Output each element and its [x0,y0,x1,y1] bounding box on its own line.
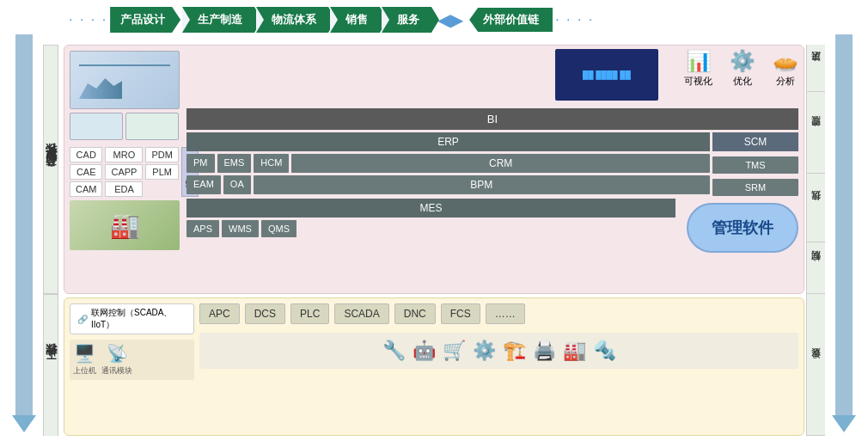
eam-cell: EAM [186,175,221,194]
page: · · · · 产品设计 生产制造 物流体系 销售 服务 ◀▶ 外部价值链 · … [0,0,868,441]
viz-analyze: 🥧 分析 [773,49,798,101]
equip-cnc-icon: 🖨️ [533,340,556,362]
mes-bar: MES [186,199,675,217]
equipment-row: 🔧 🤖 🛒 ⚙️ 🏗️ 🖨️ 🏭 🔩 [199,333,798,369]
left-arrow [12,34,36,432]
plc-cell: PLC [290,303,329,324]
equip-robot-icon: 🤖 [413,340,436,362]
equip-cart-icon: 🛒 [443,340,466,362]
pie-icon: 🥧 [773,49,798,73]
right-arrow [832,34,856,432]
bpm-cell: BPM [254,175,710,194]
dark-screen: ██ ████ ██ [555,49,658,101]
screenshot-2a [70,113,123,140]
rl-execution-text: 执行层 [810,206,822,209]
srm-cell: SRM [712,179,798,196]
factory-icon: 🏭 [110,211,140,240]
rl-decision-text: 决策层 [810,67,822,70]
cad-col3: PDM PLM [145,147,178,197]
wms-cell: WMS [222,220,259,237]
yellow-inner: 🔗 联网控制（SCADA、IIoT） 🖥️ 上位机 📡 通讯模块 [70,303,798,430]
double-arrow-icon: ◀▶ [437,9,463,30]
aps-cell: APS [186,220,219,237]
flow-item-production: 生产制造 [182,7,254,33]
dnc-cell: DNC [394,303,436,324]
gear-icon: ⚙️ [730,49,755,73]
monitor-content: ██ ████ ██ [583,70,631,79]
control-items: APC DCS PLC SCADA DNC FCS …… 🔧 🤖 [199,303,798,430]
flow-item-service: 服务 [382,7,431,33]
dcs-cell: DCS [245,303,285,324]
cam-label: CAM [70,181,102,197]
comm-icon: 📡 [107,343,128,364]
screenshot-1 [70,51,180,109]
erp-area: ERP PM EMS HCM CRM EAM OA [186,132,710,196]
rl-device-text: 设备层 [810,364,822,366]
management-software-oval: 管理软件 [687,203,798,253]
screenshot-2b [125,113,179,140]
right-software-content: ██ ████ ██ 📊 可视化 ⚙️ 优化 [186,51,798,288]
rl-management-text: 管理层 [810,132,822,134]
mes-area: MES APS WMS QMS 管理软件 [186,199,798,253]
apc-cell: APC [199,303,240,324]
flow-item-external: 外部价值链 [469,8,553,32]
right-labels: 决策层 管理层 执行层 控制层 设备层 [806,45,825,436]
erp-bar: ERP [186,132,710,151]
plm-label: PLM [145,164,178,180]
equip-machine-icon: 🏗️ [503,340,526,362]
eam-oa-row: EAM OA BPM [186,175,710,194]
scada-icon: 🔗 [77,315,88,324]
label-product-innovation: 产品创新数字化软件 [43,45,58,294]
equip-pump-icon: 🔩 [593,340,616,362]
tms-cell: TMS [712,156,798,174]
flow-item-product-design: 产品设计 [110,7,180,33]
capp-label: CAPP [105,164,143,180]
module-left: 🖥️ 上位机 [73,343,96,377]
mes-col: MES APS WMS QMS [186,199,675,237]
viz-label-3: 分析 [776,75,795,88]
viz-icons: ██ ████ ██ 📊 可视化 ⚙️ 优化 [555,49,798,101]
pc-label: 上位机 [73,365,96,377]
qms-cell: QMS [261,220,296,237]
viz-label-1: 可视化 [684,75,712,88]
mro-label: MRO [105,147,143,162]
viz-label-2: 优化 [733,75,752,88]
scm-area: SCM TMS SRM [712,132,798,196]
comm-label: 通讯模块 [101,365,132,377]
screenshot-row-2 [70,113,181,140]
chart-icon: 📊 [686,49,712,73]
erp-scm-row: ERP PM EMS HCM CRM EAM OA [186,132,798,196]
cad-col1: CAD CAE CAM [70,147,102,197]
cae-label: CAE [70,164,102,180]
cad-grid-area: CAD CAE CAM MRO CAPP EDA PDM [70,147,181,197]
label-industrial-control: 工控软件 [43,294,58,436]
rl-control: 控制层 [807,242,825,294]
rl-device: 设备层 [807,294,825,436]
crm-cell: CRM [291,154,710,173]
dark-monitor: ██ ████ ██ [555,49,658,101]
more-cell: …… [486,303,525,324]
main-panels: CAD CAE CAM MRO CAPP EDA PDM [64,45,804,436]
pm-cell: PM [186,154,215,173]
module-right: 📡 通讯模块 [101,343,132,377]
scada-area: 🔗 联网控制（SCADA、IIoT） 🖥️ 上位机 📡 通讯模块 [70,303,194,430]
bi-bar: BI [186,108,798,130]
scada-cell: SCADA [334,303,388,324]
rl-execution: 执行层 [807,174,825,242]
scada-label: 🔗 联网控制（SCADA、IIoT） [70,303,194,334]
equip-tool-icon: 🔧 [382,340,406,362]
equip-lathe-icon: ⚙️ [473,340,496,362]
rl-management: 管理层 [807,92,825,174]
flow-item-sales: 销售 [330,7,380,33]
fcs-cell: FCS [441,303,480,324]
scada-text: 联网控制（SCADA、IIoT） [91,307,186,331]
control-row: APC DCS PLC SCADA DNC FCS …… [199,303,798,324]
pink-panel: CAD CAE CAM MRO CAPP EDA PDM [64,45,804,294]
left-thumbnails: CAD CAE CAM MRO CAPP EDA PDM [70,51,181,288]
rl-control-text: 控制层 [810,266,822,269]
left-labels: 产品创新数字化软件 工控软件 [43,45,62,436]
flow-item-logistics: 物流体系 [256,7,328,33]
top-flow: · · · · 产品设计 生产制造 物流体系 销售 服务 ◀▶ 外部价值链 · … [43,5,825,40]
factory-image: 🏭 [70,200,180,250]
hcm-cell: HCM [254,154,289,173]
